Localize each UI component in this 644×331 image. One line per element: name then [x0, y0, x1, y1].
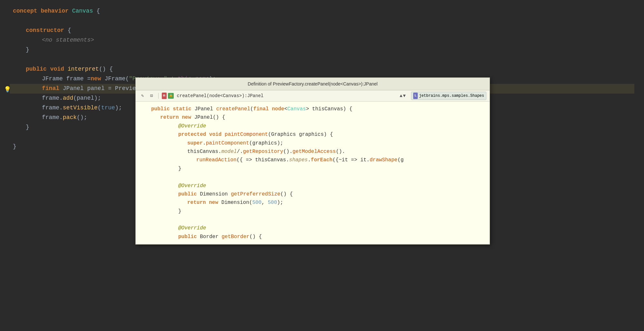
- keyword-true: true: [101, 103, 115, 113]
- popup-code-line-14: public Border getBorder () {: [142, 233, 483, 241]
- keyword-concept: concept behavior: [13, 6, 69, 16]
- code-line-blank1: [10, 16, 634, 26]
- popup-code-line-4: protected void paintComponent (Graphics …: [142, 130, 483, 139]
- warning-icon: 💡: [4, 85, 11, 95]
- popup-code-line-8: }: [142, 165, 483, 173]
- code-line-constructor: constructor {: [10, 26, 634, 35]
- popup-code-blank2: [142, 216, 483, 224]
- popup-code-line-3: @Override: [142, 122, 483, 130]
- badge-lock: 🔒: [168, 93, 174, 99]
- keyword-void-1: void: [50, 65, 64, 74]
- keyword-final: final: [42, 84, 59, 93]
- badge-m: m: [162, 93, 167, 99]
- popup-method-createpanel: createPanel: [216, 105, 250, 113]
- popup-code-line-2: return new JPanel() {: [142, 113, 483, 122]
- popup-code-line-13: @Override: [142, 224, 483, 232]
- definition-popup: Definition of PreviewFactory.createPanel…: [135, 77, 490, 245]
- toolbar-arrows: ▲ ▼: [400, 92, 406, 99]
- keyword-public-1: public: [26, 65, 47, 74]
- no-statements-comment: <no statements>: [42, 35, 94, 45]
- popup-code-line-10: public Dimension getPreferredSize () {: [142, 190, 483, 198]
- toolbar-sep-1: [158, 93, 159, 99]
- jframe-type: JFrame frame =: [42, 74, 91, 84]
- badge-L: L: [413, 93, 418, 99]
- class-canvas: Canvas: [72, 6, 93, 16]
- arrow-up[interactable]: ▲: [400, 92, 402, 99]
- code-line-constructor-close: }: [10, 45, 634, 55]
- source-badge: L jetbrains.mps.samples.Shapes: [411, 92, 486, 100]
- editor-area: concept behavior Canvas { constructor { …: [0, 0, 644, 331]
- code-line-1: concept behavior Canvas {: [10, 6, 634, 16]
- popup-title: Definition of PreviewFactory.createPanel…: [248, 80, 378, 87]
- popup-code-line-5: super . paintComponent (graphics);: [142, 139, 483, 147]
- popup-toolbar: ✎ ⊡ m 🔒 createPanel(node<Canvas>):JPanel…: [136, 90, 490, 102]
- popup-code-line-12: }: [142, 207, 483, 216]
- popup-code-blank1: [142, 173, 483, 181]
- method-pack: pack: [63, 113, 77, 122]
- keyword-constructor: constructor: [26, 26, 64, 35]
- keyword-new-1: new: [91, 74, 101, 84]
- method-badge: m 🔒: [162, 93, 174, 99]
- method-add: add: [63, 94, 73, 103]
- popup-code-line-7: runReadAction ({ => thisCanvas. shapes .…: [142, 156, 483, 164]
- popup-code-line-6: thisCanvas. model /. getRepository (). g…: [142, 147, 483, 156]
- popup-code-line-9: @Override: [142, 182, 483, 190]
- popup-code-area: public static JPanel createPanel ( final…: [136, 102, 490, 244]
- method-interpret: interpret: [68, 65, 99, 74]
- pin-icon[interactable]: ⊡: [148, 92, 155, 99]
- code-line-interpret: public void interpret () {: [10, 65, 634, 74]
- popup-title-bar: Definition of PreviewFactory.createPanel…: [136, 78, 490, 90]
- method-setvisible: setVisible: [63, 103, 98, 113]
- code-line-no-statements: <no statements>: [10, 35, 634, 45]
- arrow-down[interactable]: ▼: [403, 92, 405, 99]
- popup-code-line-11: return new Dimension( 500 , 500 );: [142, 198, 483, 207]
- popup-code-line-1: public static JPanel createPanel ( final…: [142, 105, 483, 113]
- edit-icon[interactable]: ✎: [139, 92, 146, 99]
- toolbar-method-name: createPanel(node<Canvas>):JPanel: [177, 92, 398, 99]
- source-name: jetbrains.mps.samples.Shapes: [419, 93, 484, 99]
- code-line-blank2: [10, 55, 634, 65]
